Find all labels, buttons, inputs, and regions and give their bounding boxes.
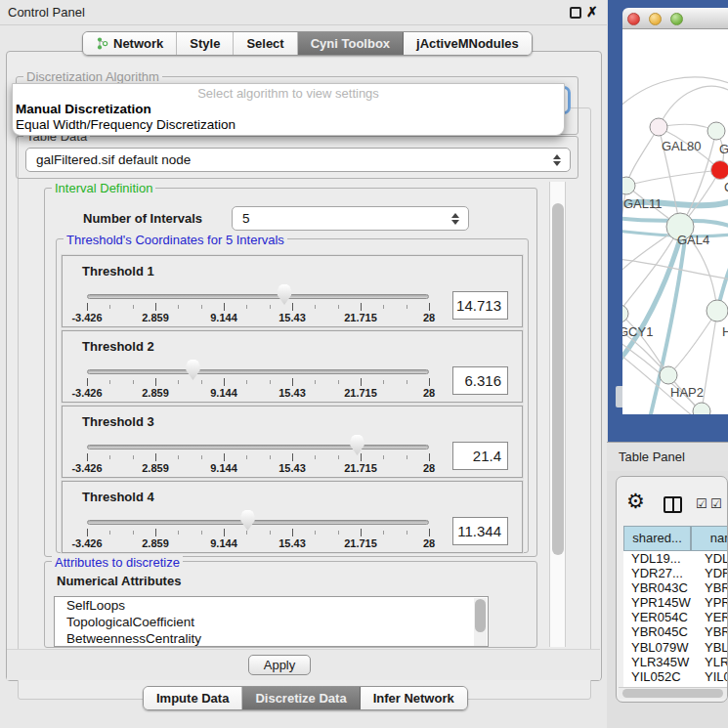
cell-name[interactable]: YBR0 bbox=[705, 580, 728, 595]
threshold-slider-thumb[interactable] bbox=[239, 510, 256, 531]
zoom-window-icon[interactable] bbox=[670, 13, 683, 25]
cell-shared-name[interactable]: YBR045C bbox=[631, 624, 688, 639]
panel-scrollbar[interactable] bbox=[549, 182, 566, 647]
tab-label: Discretize Data bbox=[255, 691, 346, 706]
network-node-ga[interactable] bbox=[707, 122, 725, 140]
cell-shared-name[interactable]: YIL052C bbox=[631, 669, 681, 684]
table-row[interactable]: YDL19...YDL1 bbox=[623, 551, 728, 566]
float-panel-icon[interactable] bbox=[570, 7, 581, 19]
cell-shared-name[interactable]: YDL19... bbox=[631, 551, 681, 566]
number-of-intervals-value: 5 bbox=[233, 211, 250, 226]
threshold-slider-track[interactable] bbox=[87, 294, 429, 299]
cell-name[interactable]: YER0 bbox=[705, 610, 728, 624]
cell-name[interactable]: YDR2 bbox=[705, 566, 728, 580]
threshold-slider-thumb[interactable] bbox=[185, 360, 201, 380]
threshold-slider-track[interactable] bbox=[87, 445, 429, 450]
threshold-slider-thumb[interactable] bbox=[349, 435, 365, 455]
minimize-window-icon[interactable] bbox=[649, 13, 662, 25]
close-window-icon[interactable] bbox=[627, 13, 640, 25]
table-row[interactable]: YDR27...YDR2 bbox=[623, 566, 728, 580]
close-panel-icon[interactable]: ✗ bbox=[586, 4, 598, 20]
cell-name[interactable]: YIL0 bbox=[705, 669, 728, 684]
attribute-item-selfloops[interactable]: SelfLoops bbox=[55, 597, 488, 614]
table-data-combobox[interactable]: galFiltered.sif default node bbox=[25, 148, 571, 172]
slider-tick-label: 15.43 bbox=[278, 462, 306, 474]
cell-shared-name[interactable]: YLR345W bbox=[631, 655, 689, 669]
threshold-slider-thumb[interactable] bbox=[277, 284, 293, 305]
attribute-item-topologicalcoefficient[interactable]: TopologicalCoefficient bbox=[55, 614, 488, 630]
threshold-slider-track[interactable] bbox=[87, 520, 429, 525]
threshold-value-field[interactable]: 6.316 bbox=[452, 366, 508, 395]
algorithm-dropdown-hint: Select algorithm to view settings bbox=[13, 86, 564, 101]
threshold-panel-2: Threshold 2-3.4262.8599.14415.4321.71528… bbox=[62, 330, 523, 403]
apply-button[interactable]: Apply bbox=[248, 655, 311, 675]
table-row[interactable]: YBL079WYBL0 bbox=[623, 640, 728, 655]
attributes-list-scrollbar[interactable] bbox=[474, 598, 487, 647]
tab-cyni-toolbox[interactable]: Cyni Toolbox bbox=[298, 32, 404, 55]
numerical-attributes-list[interactable]: SelfLoopsTopologicalCoefficientBetweenne… bbox=[54, 596, 489, 647]
tab-network[interactable]: Network bbox=[83, 32, 177, 55]
algorithm-option-equal-width-frequency-discretization[interactable]: Equal Width/Frequency Discretization bbox=[16, 117, 236, 132]
cell-shared-name[interactable]: YDR27... bbox=[631, 566, 683, 580]
table-row[interactable]: YPR145WYPR1 bbox=[623, 595, 728, 610]
slider-tick-label: 2.859 bbox=[142, 462, 169, 474]
table-row[interactable]: YBR045CYBR0 bbox=[623, 624, 728, 639]
network-node-label: H bbox=[722, 324, 728, 339]
table-row[interactable]: YBR043CYBR0 bbox=[623, 580, 728, 595]
panel-scrollbar-thumb[interactable] bbox=[552, 203, 564, 555]
attribute-item-betweennesscentrality[interactable]: BetweennessCentrality bbox=[55, 630, 488, 647]
network-node-hap2[interactable] bbox=[660, 366, 677, 384]
network-node-h[interactable] bbox=[707, 300, 728, 321]
cell-name[interactable]: YBL0 bbox=[705, 640, 728, 655]
slider-tick-label: 9.144 bbox=[210, 312, 237, 323]
cell-shared-name[interactable]: YER054C bbox=[631, 610, 688, 624]
cell-name[interactable]: YBR0 bbox=[705, 624, 728, 639]
table-hscrollbar-thumb[interactable] bbox=[622, 689, 723, 698]
cell-shared-name[interactable]: YBR043C bbox=[631, 580, 688, 595]
tab-infer-network[interactable]: Infer Network bbox=[361, 687, 467, 709]
network-node-c[interactable] bbox=[711, 161, 728, 180]
threshold-value-field[interactable]: 11.344 bbox=[452, 517, 508, 545]
tab-discretize-data[interactable]: Discretize Data bbox=[242, 687, 360, 709]
cell-name[interactable]: YDL1 bbox=[705, 551, 728, 566]
control-panel-title: Control Panel bbox=[8, 5, 85, 20]
table-row[interactable]: YER054CYER0 bbox=[623, 610, 728, 624]
network-view[interactable]: GAL80GACGAL11GAL4GCY1HHAP2 bbox=[622, 29, 728, 414]
tab-style[interactable]: Style bbox=[177, 32, 234, 55]
network-node-gal11[interactable] bbox=[622, 177, 635, 194]
column-header-shared[interactable]: shared... bbox=[623, 526, 691, 551]
threshold-value-field[interactable]: 21.4 bbox=[452, 442, 508, 470]
network-node-gal80[interactable] bbox=[650, 118, 667, 136]
column-header-name[interactable]: name bbox=[691, 526, 728, 551]
threshold-value-field[interactable]: 14.713 bbox=[452, 291, 508, 320]
split-columns-icon[interactable] bbox=[664, 496, 682, 513]
threshold-slider-track[interactable] bbox=[87, 369, 429, 374]
slider-tick-label: 21.715 bbox=[344, 462, 377, 474]
slider-ticks bbox=[87, 303, 430, 312]
cell-name[interactable]: YLR3 bbox=[705, 655, 728, 669]
cell-shared-name[interactable]: YPR145W bbox=[631, 595, 691, 610]
network-node[interactable] bbox=[693, 403, 710, 414]
cell-name[interactable]: YPR1 bbox=[705, 595, 728, 610]
gear-icon[interactable]: ⚙ bbox=[626, 492, 645, 512]
checkbox-icon[interactable]: ☑ bbox=[710, 496, 722, 511]
network-window-titlebar[interactable] bbox=[622, 8, 728, 29]
tab-impute-data[interactable]: Impute Data bbox=[144, 687, 242, 709]
table-row[interactable]: YIL052CYIL0 bbox=[623, 669, 728, 684]
slider-tick-label: 28 bbox=[423, 387, 435, 399]
slider-tick-label: 2.859 bbox=[142, 387, 169, 399]
slider-tick-label: 9.144 bbox=[210, 462, 237, 474]
slider-ticks bbox=[87, 453, 430, 462]
algorithm-option-manual-discretization[interactable]: Manual Discretization bbox=[16, 102, 151, 116]
number-of-intervals-combobox[interactable]: 5 bbox=[232, 206, 469, 231]
network-node-label: GAL80 bbox=[662, 139, 701, 153]
checkbox-icon[interactable]: ☑ bbox=[696, 496, 707, 511]
table-hscrollbar[interactable] bbox=[619, 687, 727, 699]
slider-tick-label: 28 bbox=[423, 537, 435, 549]
table-row[interactable]: YLR345WYLR3 bbox=[623, 655, 728, 669]
tab-jactivemnodules[interactable]: jActiveMNodules bbox=[404, 32, 532, 55]
tab-select[interactable]: Select bbox=[234, 32, 297, 55]
tab-label: Style bbox=[190, 36, 220, 51]
network-node-gcy1[interactable] bbox=[622, 305, 628, 322]
cell-shared-name[interactable]: YBL079W bbox=[631, 640, 689, 655]
